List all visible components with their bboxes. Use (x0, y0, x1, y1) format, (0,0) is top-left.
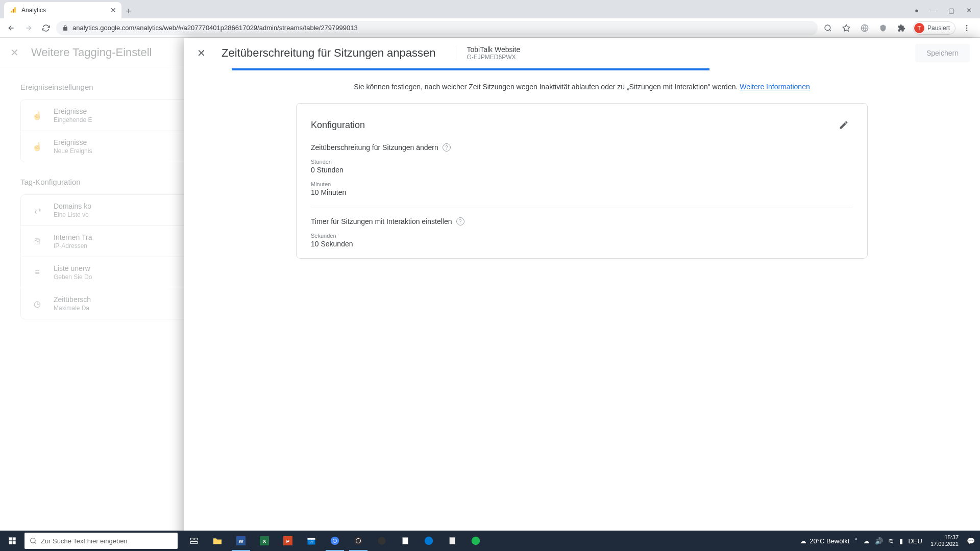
zoom-icon[interactable] (821, 21, 835, 35)
help-icon[interactable]: ? (456, 217, 464, 226)
tab-close-icon[interactable]: ✕ (110, 6, 116, 14)
calendar-icon[interactable]: 22 (300, 531, 323, 551)
property-id: G-EJPMED6PWX (467, 54, 520, 61)
svg-point-28 (354, 537, 363, 545)
more-info-link[interactable]: Weitere Informationen (740, 83, 810, 91)
chrome-icon[interactable] (324, 531, 346, 551)
svg-rect-31 (403, 537, 408, 544)
svg-rect-13 (190, 538, 193, 540)
hours-label: Stunden (311, 159, 853, 165)
extensions-icon[interactable] (894, 21, 909, 35)
reload-button[interactable] (39, 21, 53, 35)
hours-value: 0 Stunden (311, 166, 853, 174)
profile-status: Pausiert (927, 24, 950, 32)
new-tab-button[interactable]: + (121, 4, 136, 18)
modal-title: Zeitüberschreitung für Sitzungen anpasse… (222, 46, 435, 60)
taskbar: Zur Suche Text hier eingeben W X P 22 ☁2… (0, 531, 980, 551)
weather-widget[interactable]: ☁20°C Bewölkt (800, 537, 849, 545)
svg-rect-10 (9, 541, 12, 544)
svg-text:W: W (238, 538, 243, 544)
svg-rect-9 (13, 537, 16, 540)
spotify-icon[interactable] (464, 531, 487, 551)
address-bar[interactable]: analytics.google.com/analytics/web/#/a20… (56, 21, 818, 35)
svg-rect-1 (13, 9, 14, 13)
svg-point-5 (966, 25, 968, 27)
analytics-favicon-icon (9, 6, 17, 14)
url-text: analytics.google.com/analytics/web/#/a20… (72, 24, 358, 32)
clock[interactable]: 15:37 17.09.2021 (927, 534, 962, 547)
menu-icon[interactable] (960, 21, 974, 35)
svg-rect-15 (190, 542, 198, 544)
task-view-icon[interactable] (183, 531, 205, 551)
browser-toolbar: analytics.google.com/analytics/web/#/a20… (0, 18, 980, 38)
seconds-value: 10 Sekunden (311, 240, 853, 248)
profile-chip[interactable]: T Pausiert (913, 21, 955, 35)
minimize-icon[interactable]: — (926, 3, 942, 17)
svg-point-34 (472, 537, 480, 545)
intro-text: Sie können festlegen, nach welcher Zeit … (184, 83, 980, 91)
svg-point-6 (966, 27, 968, 29)
wifi-icon[interactable]: ⚟ (888, 537, 894, 545)
close-window-icon[interactable]: ✕ (961, 3, 977, 17)
language-indicator[interactable]: DEU (908, 537, 922, 545)
minutes-value: 10 Minuten (311, 188, 853, 196)
help-icon[interactable]: ? (443, 143, 451, 152)
maximize-icon[interactable]: ▢ (943, 3, 960, 17)
notepad-icon[interactable] (394, 531, 416, 551)
word-icon[interactable]: W (230, 531, 252, 551)
obs-icon[interactable] (347, 531, 370, 551)
avatar: T (914, 23, 924, 33)
shield-icon[interactable] (876, 21, 890, 35)
battery-icon[interactable]: ▮ (899, 537, 903, 545)
minutes-label: Minuten (311, 181, 853, 187)
svg-point-7 (966, 30, 968, 31)
svg-point-3 (825, 25, 830, 31)
window-controls: ● — ▢ ✕ (909, 2, 980, 18)
modal-close-button[interactable]: ✕ (191, 43, 211, 63)
tab-title: Analytics (21, 7, 46, 14)
tray-expand-icon[interactable]: ˄ (854, 537, 858, 545)
session-timeout-panel: ✕ Zeitüberschreitung für Sitzungen anpas… (184, 38, 980, 551)
edit-button[interactable] (835, 116, 853, 134)
start-button[interactable] (0, 531, 24, 551)
progress-bar (184, 68, 980, 70)
taskbar-search[interactable]: Zur Suche Text hier eingeben (24, 533, 178, 549)
back-button[interactable] (4, 21, 18, 35)
notifications-icon[interactable]: 💬 (967, 537, 975, 545)
app-icon[interactable] (371, 531, 393, 551)
app2-icon[interactable] (441, 531, 463, 551)
divider (311, 208, 853, 208)
svg-text:X: X (263, 538, 266, 544)
property-info: TobiTalk Website G-EJPMED6PWX (456, 45, 520, 61)
session-timeout-heading: Zeitüberschreitung für Sitzungen ändern … (311, 143, 853, 152)
seconds-label: Sekunden (311, 233, 853, 239)
engaged-session-heading: Timer für Sitzungen mit Interaktion eins… (311, 217, 853, 226)
globe-icon[interactable] (857, 21, 872, 35)
powerpoint-icon[interactable]: P (277, 531, 299, 551)
svg-rect-23 (308, 538, 315, 540)
edge-icon[interactable] (418, 531, 440, 551)
excel-icon[interactable]: X (253, 531, 276, 551)
svg-point-27 (333, 539, 336, 542)
bookmark-icon[interactable] (839, 21, 853, 35)
browser-tab[interactable]: Analytics ✕ (4, 2, 121, 18)
lock-icon (62, 25, 68, 31)
account-dot-icon[interactable]: ● (909, 3, 925, 17)
svg-point-12 (31, 538, 35, 543)
property-name: TobiTalk Website (467, 45, 520, 54)
search-placeholder: Zur Suche Text hier eingeben (41, 537, 128, 545)
svg-text:P: P (286, 538, 290, 544)
svg-rect-11 (13, 541, 16, 544)
svg-rect-14 (195, 538, 198, 540)
config-heading: Konfiguration (311, 120, 365, 131)
explorer-icon[interactable] (206, 531, 229, 551)
svg-text:22: 22 (309, 540, 313, 544)
volume-icon[interactable]: 🔊 (875, 537, 883, 545)
svg-rect-2 (14, 7, 15, 13)
save-button[interactable]: Speichern (915, 44, 970, 62)
svg-rect-33 (450, 537, 455, 544)
svg-point-32 (425, 537, 433, 545)
forward-button[interactable] (21, 21, 36, 35)
onedrive-icon[interactable]: ☁ (863, 537, 870, 545)
tab-strip: Analytics ✕ + ● — ▢ ✕ (0, 0, 980, 18)
